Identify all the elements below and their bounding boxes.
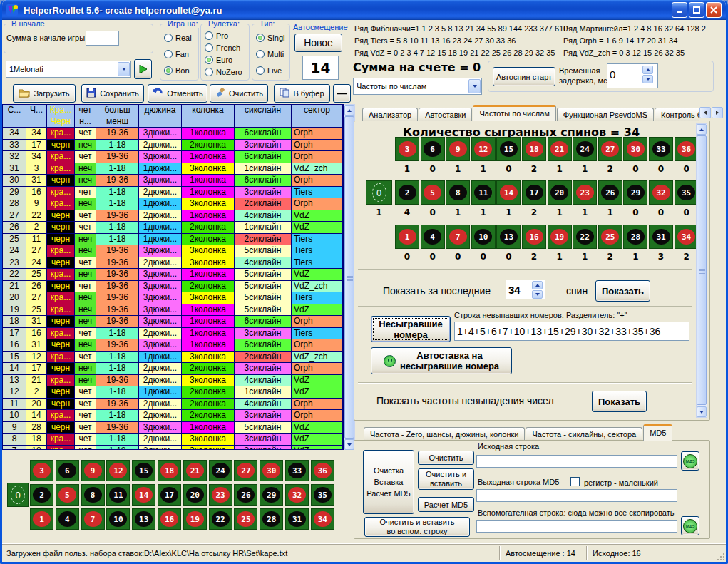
- table-row[interactable]: 928чернчет19-363дюжи...1колонка5сиклайнV…: [3, 422, 343, 434]
- spin-down-icon[interactable]: [532, 290, 543, 299]
- board-cell-33[interactable]: 33: [285, 460, 309, 481]
- board-cell-19[interactable]: 19: [183, 508, 207, 530]
- board-cell-5[interactable]: 5: [56, 484, 79, 506]
- table-row[interactable]: 2722чернчет19-362дюжи...1колонка4сиклайн…: [3, 210, 343, 222]
- freq-cell-28[interactable]: 28: [623, 225, 647, 249]
- freq-cell-13[interactable]: 13: [496, 225, 521, 249]
- radio-option-Bon[interactable]: Bon: [164, 66, 198, 76]
- board-cell-36[interactable]: 36: [311, 460, 334, 481]
- board-cell-2[interactable]: 2: [30, 484, 53, 506]
- freq-cell-12[interactable]: 12: [471, 137, 496, 161]
- autospin-start-button[interactable]: Автоспин старт: [493, 67, 555, 86]
- freq-cell-22[interactable]: 22: [573, 225, 597, 249]
- preset-combobox[interactable]: 1Melonati: [6, 61, 131, 78]
- collapse-button[interactable]: —: [333, 84, 351, 103]
- scroll-down-icon[interactable]: [697, 406, 707, 417]
- column-header[interactable]: чет: [75, 105, 96, 116]
- freq-cell-20[interactable]: 20: [548, 180, 572, 205]
- radio-option-Pro[interactable]: Pro: [205, 31, 249, 41]
- freq-cell-7[interactable]: 7: [446, 225, 470, 249]
- table-row[interactable]: 2126чернчет19-363дюжи...2колонка5сиклайн…: [3, 281, 343, 293]
- table-row[interactable]: 1831черннеч19-363дюжи...1колонка6сиклайн…: [3, 316, 343, 328]
- table-row[interactable]: 1120чернчет19-362дюжи...2колонка4сиклайн…: [3, 399, 343, 411]
- freq-cell-2[interactable]: 2: [395, 180, 419, 205]
- freq-cell-25[interactable]: 25: [598, 225, 622, 249]
- board-cell-32[interactable]: 32: [285, 484, 309, 506]
- resize-grip[interactable]: [716, 552, 724, 560]
- board-cell-14[interactable]: 14: [132, 484, 155, 506]
- show-last-spins-button[interactable]: Показать: [595, 280, 650, 302]
- board-cell-8[interactable]: 8: [81, 484, 105, 506]
- board-cell-16[interactable]: 16: [158, 508, 181, 530]
- table-row[interactable]: 2324чернчет19-362дюжи...3колонка4сиклайн…: [3, 257, 343, 270]
- md5-calc-button[interactable]: Расчет MD5: [418, 497, 474, 512]
- close-button[interactable]: [706, 2, 722, 18]
- table-row[interactable]: 718кра...чет1-182дюжи...3колонка3сиклайн…: [3, 446, 343, 451]
- freq-cell-10[interactable]: 10: [471, 225, 496, 249]
- toolbar-button-2[interactable]: Сохранить: [81, 84, 144, 103]
- board-cell-1[interactable]: 1: [30, 508, 53, 530]
- column-header[interactable]: больш: [96, 105, 139, 116]
- radio-option-Multi[interactable]: Multi: [256, 49, 289, 59]
- md5-run-button[interactable]: МД5: [681, 451, 699, 471]
- column-header[interactable]: сикслайн: [235, 105, 292, 116]
- md5-aux-input[interactable]: [476, 520, 677, 533]
- table-row[interactable]: 1925кра...неч19-363дюжи...1колонка5сикла…: [3, 304, 343, 317]
- board-cell-7[interactable]: 7: [81, 508, 105, 530]
- tab-4[interactable]: Функционал PsevdoMS: [557, 108, 654, 121]
- board-cell-20[interactable]: 20: [183, 484, 207, 506]
- scrollbar-thumb[interactable]: [697, 135, 707, 405]
- board-cell-29[interactable]: 29: [260, 484, 283, 506]
- tabs-scroll-left-icon[interactable]: [699, 107, 711, 118]
- bottom-tab-2[interactable]: Частота - сиклайны, сектора: [526, 427, 642, 441]
- table-row[interactable]: 3434кра...чет19-363дюжи...1колонка6сикла…: [3, 128, 343, 140]
- freq-cell-11[interactable]: 11: [471, 180, 496, 205]
- history-table[interactable]: С...Ч...Кра...четбольшдюжинаколонкасиксл…: [2, 104, 344, 450]
- freq-cell-6[interactable]: 6: [421, 137, 445, 161]
- md5-source-input[interactable]: [476, 455, 677, 468]
- scroll-down-icon[interactable]: [344, 439, 354, 450]
- radio-option-French[interactable]: French: [205, 43, 249, 53]
- radio-option-Singl[interactable]: Singl: [256, 33, 289, 43]
- md5-clear-button[interactable]: Очистить: [418, 451, 474, 465]
- md5-big-button[interactable]: ОчисткаВставкаРасчет MD5: [363, 450, 414, 514]
- freq-cell-31[interactable]: 31: [649, 225, 673, 249]
- table-row[interactable]: 3234кра...чет19-363дюжи...1колонка6сикла…: [3, 151, 343, 163]
- spin-up-icon[interactable]: [642, 66, 653, 74]
- board-cell-22[interactable]: 22: [209, 508, 232, 530]
- table-row[interactable]: 818кра...чет1-182дюжи...3колонка3сиклайн…: [3, 434, 343, 446]
- board-cell-18[interactable]: 18: [158, 460, 181, 481]
- md5-aux-run-button[interactable]: МД5: [681, 516, 699, 535]
- autoshift-new-button[interactable]: Новое: [294, 34, 342, 52]
- toolbar-button-4[interactable]: Очистить: [210, 84, 268, 103]
- md5-clear-paste-button[interactable]: Очистить ивставить: [418, 468, 474, 490]
- column-header[interactable]: С...: [3, 105, 26, 116]
- board-cell-35[interactable]: 35: [311, 484, 334, 506]
- board-cell-24[interactable]: 24: [209, 460, 232, 481]
- board-cell-9[interactable]: 9: [81, 460, 105, 481]
- freq-cell-23[interactable]: 23: [573, 180, 597, 205]
- board-cell-4[interactable]: 4: [56, 508, 79, 530]
- board-cell-17[interactable]: 17: [158, 484, 181, 506]
- board-cell-27[interactable]: 27: [234, 460, 257, 481]
- table-row[interactable]: 289кра...неч1-181дюжи...3колонка2сиклайн…: [3, 198, 343, 210]
- freq-cell-24[interactable]: 24: [573, 137, 597, 161]
- freq-cell-14[interactable]: 14: [496, 180, 521, 205]
- board-cell-26[interactable]: 26: [234, 484, 257, 506]
- scrollbar-thumb[interactable]: [344, 116, 354, 439]
- panel-scrollbar[interactable]: [696, 123, 707, 418]
- board-cell-10[interactable]: 10: [106, 508, 130, 530]
- toolbar-button-3[interactable]: Отменить: [148, 84, 207, 103]
- column-header[interactable]: [26, 116, 47, 128]
- freq-cell-8[interactable]: 8: [446, 180, 470, 205]
- mode-combobox[interactable]: Частоты по числам: [353, 78, 482, 95]
- play-button[interactable]: [134, 59, 152, 79]
- radio-option-Euro[interactable]: Euro: [205, 55, 249, 65]
- board-cell-21[interactable]: 21: [183, 460, 207, 481]
- title-bar[interactable]: HelperRoullet 5.6- create helperroullet@…: [2, 0, 726, 20]
- radio-option-Live[interactable]: Live: [256, 66, 289, 76]
- freq-cell-27[interactable]: 27: [598, 137, 622, 161]
- register-checkbox[interactable]: [570, 477, 580, 486]
- board-cell-zero[interactable]: 0: [7, 483, 29, 507]
- freq-cell-5[interactable]: 5: [421, 180, 445, 205]
